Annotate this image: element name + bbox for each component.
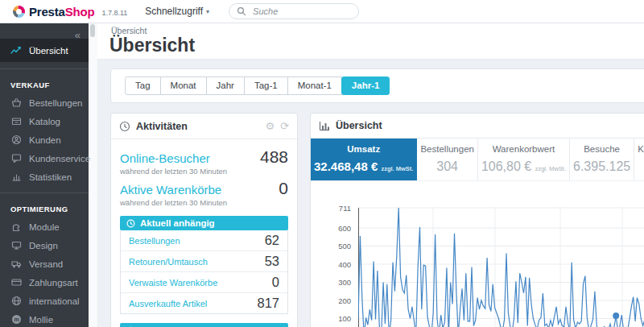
search-icon	[237, 6, 246, 16]
sidebar: « Übersicht VERKAUF Bestellungen Katalog…	[0, 23, 89, 327]
sidebar-item-label: Design	[29, 241, 58, 250]
activities-body: Online-Besucher 488 während der letzten …	[111, 139, 297, 327]
sidebar-item-label: Kunden	[29, 135, 61, 145]
tab-besuche[interactable]: Besuche 6.395.125	[570, 139, 634, 180]
quick-access-label: Schnellzugriff	[145, 6, 203, 17]
sidebar-item-katalog[interactable]: Katalog	[0, 112, 89, 130]
divider	[0, 192, 89, 193]
list-item-retouren[interactable]: Retouren/Umtausch 53	[121, 251, 287, 272]
active-carts-subtitle: während der letzten 30 Minuten	[120, 198, 288, 207]
kpi-tabs: Umsatz 32.468,48 € zzgl. MwSt. Bestellun…	[311, 139, 644, 181]
online-visitors-subtitle: während der letzten 30 Minuten	[120, 167, 288, 176]
globe-icon	[10, 296, 22, 306]
sidebar-item-label: Katalog	[29, 117, 60, 126]
quick-access-dropdown[interactable]: Schnellzugriff ▾	[145, 6, 209, 17]
tab-konversionsrate[interactable]: Konversionsrate	[634, 139, 644, 180]
sidebar-item-zahlungsart[interactable]: Zahlungsart	[0, 273, 89, 292]
sidebar-section-optimierung: OPTIMIERUNG	[0, 200, 89, 217]
sidebar-item-design[interactable]: Design	[0, 236, 89, 255]
gear-icon[interactable]: ⚙	[265, 120, 275, 132]
range-button-jahr-1[interactable]: Jahr-1	[341, 77, 390, 96]
active-carts-value: 0	[279, 179, 288, 198]
truck-icon	[10, 259, 22, 269]
pending-section-header: Aktuell anhängig	[120, 216, 288, 230]
sidebar-item-label: Kundenservice	[29, 154, 90, 164]
tab-bestellungen[interactable]: Bestellungen 304	[417, 139, 478, 180]
scrollbar-thumb[interactable]	[90, 24, 95, 37]
sidebar-item-kundenservice[interactable]: Kundenservice	[0, 149, 89, 168]
sidebar-collapse-button[interactable]: «	[75, 29, 80, 41]
refresh-icon[interactable]: ⟳	[280, 120, 289, 132]
sidebar-item-bestellungen[interactable]: Bestellungen	[0, 93, 89, 112]
sidebar-item-label: Statistiken	[29, 172, 72, 182]
clock-icon	[126, 219, 135, 228]
sidebar-item-label: Übersicht	[29, 46, 68, 56]
active-carts-link[interactable]: Aktive Warenkörbe	[120, 183, 221, 197]
activities-title: Aktivitäten	[136, 121, 259, 132]
date-range-button-group: Tag Monat Jahr Tag-1 Monat-1 Jahr-1	[125, 77, 390, 96]
prestashop-dashboard: PrestaShop 1.7.8.11 Schnellzugriff ▾ « Ü…	[0, 0, 644, 327]
online-visitors-value: 488	[260, 147, 288, 167]
sidebar-item-statistiken[interactable]: Statistiken	[0, 168, 89, 186]
prestashop-logo[interactable]: PrestaShop 1.7.8.11	[13, 5, 127, 19]
list-item-verwaiste-warenkoerbe[interactable]: Verwaiste Warenkörbe 0	[121, 272, 287, 293]
sidebar-item-mollie[interactable]: m Mollie	[0, 310, 89, 327]
svg-text:m: m	[14, 317, 19, 322]
sidebar-item-uebersicht[interactable]: Übersicht	[0, 39, 89, 62]
panel-tools: ⚙ ⟳	[265, 120, 289, 132]
chart-line	[358, 208, 644, 327]
puzzle-icon	[10, 221, 22, 232]
date-range-card: Tag Monat Jahr Tag-1 Monat-1 Jahr-1	[110, 68, 644, 103]
divider	[0, 68, 89, 69]
overview-panel: Übersicht Umsatz 32.468,48 € zzgl. MwSt.…	[310, 113, 644, 327]
sidebar-item-label: international	[29, 296, 80, 306]
range-button-monat[interactable]: Monat	[160, 77, 207, 96]
sidebar-item-kunden[interactable]: Kunden	[0, 130, 89, 149]
mollie-icon: m	[10, 314, 22, 325]
main-header: Übersicht Übersicht	[97, 23, 644, 60]
person-icon	[10, 135, 22, 145]
overview-title: Übersicht	[336, 120, 644, 131]
metric-active-carts: Aktive Warenkörbe 0	[120, 179, 288, 198]
sidebar-item-label: Versand	[29, 259, 63, 269]
sidebar-item-label: Mollie	[29, 315, 53, 325]
version-label: 1.7.8.11	[101, 9, 127, 17]
metric-online-visitors: Online-Besucher 488	[120, 147, 288, 167]
sidebar-item-module[interactable]: Module	[0, 217, 89, 236]
pending-section-title: Aktuell anhängig	[140, 218, 215, 228]
sidebar-scrollbar[interactable]	[89, 23, 97, 327]
activities-panel-header: Aktivitäten ⚙ ⟳	[111, 114, 297, 139]
sidebar-item-versand[interactable]: Versand	[0, 255, 89, 273]
range-button-tag-1[interactable]: Tag-1	[244, 77, 288, 96]
top-bar: PrestaShop 1.7.8.11 Schnellzugriff ▾	[0, 0, 644, 23]
chart-plot-area	[358, 204, 644, 327]
chart-marker	[613, 313, 619, 319]
sidebar-item-label: Module	[29, 222, 60, 232]
brand-text: PrestaShop	[29, 5, 94, 19]
range-button-jahr[interactable]: Jahr	[206, 77, 245, 96]
sidebar-item-international[interactable]: international	[0, 292, 89, 310]
page-title: Übersicht	[109, 35, 195, 56]
online-visitors-link[interactable]: Online-Besucher	[120, 151, 210, 165]
trend-chart-icon	[10, 45, 22, 56]
chat-icon	[10, 153, 22, 164]
sidebar-item-label: Bestellungen	[29, 98, 83, 108]
sidebar-section-verkauf: VERKAUF	[0, 76, 89, 93]
list-item-bestellungen[interactable]: Bestellungen 62	[121, 230, 287, 251]
basket-icon	[10, 97, 22, 108]
list-item-ausverkaufte-artikel[interactable]: Ausverkaufte Artikel 817	[121, 293, 287, 313]
activities-panel: Aktivitäten ⚙ ⟳ Online-Besucher 488 währ…	[110, 113, 298, 327]
store-icon	[10, 116, 22, 126]
range-button-monat-1[interactable]: Monat-1	[287, 77, 342, 96]
messages-section-header: i Nachrichten	[120, 323, 288, 327]
range-button-tag[interactable]: Tag	[125, 77, 161, 96]
monitor-icon	[10, 240, 22, 250]
tab-umsatz[interactable]: Umsatz 32.468,48 € zzgl. MwSt.	[311, 139, 417, 180]
search-input[interactable]	[251, 6, 335, 17]
search-box[interactable]	[229, 3, 359, 19]
tab-warenkorbwert[interactable]: Warenkorbwert 106,80 € zzgl. MwSt.	[478, 139, 570, 180]
bar-chart-icon	[319, 121, 330, 131]
sidebar-item-label: Zahlungsart	[29, 278, 78, 288]
credit-card-icon	[10, 277, 22, 288]
chart-y-axis-labels: 711 600 500 400 300 200 100 0	[311, 204, 354, 327]
